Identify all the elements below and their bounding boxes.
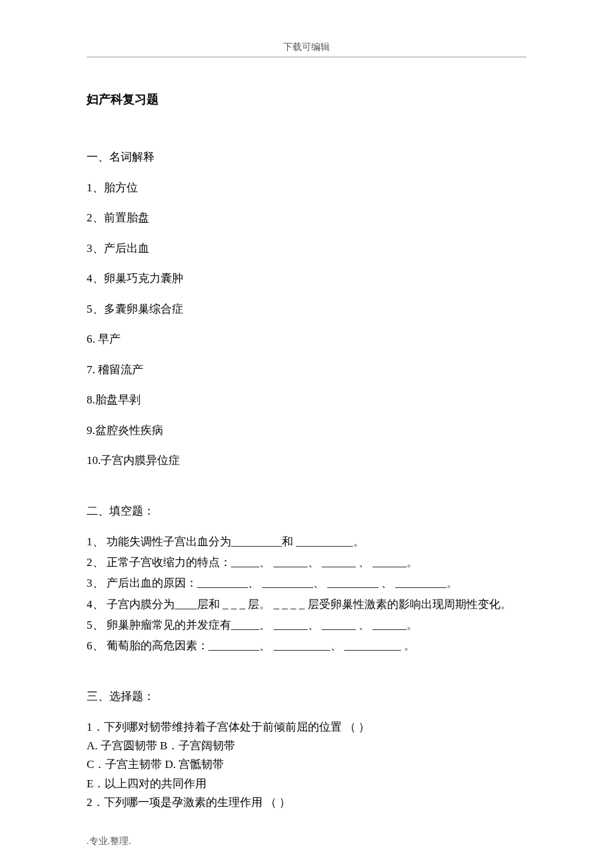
- document-page: 下载可编辑 妇产科复习题 一、名词解释 1、胎方位 2、前置胎盘 3、产后出血 …: [0, 0, 613, 868]
- term-item: 8.胎盘早剥: [87, 391, 526, 409]
- page-footer: .专业.整理.: [87, 834, 131, 848]
- fill-item: 2、 正常子宫收缩力的特点：_____、 ______、 ______ 、 __…: [87, 553, 526, 571]
- option-row: E．以上四对的共同作用: [87, 775, 526, 793]
- term-item: 2、前置胎盘: [87, 209, 526, 227]
- fill-item: 6、 葡萄胎的高危因素：_________、 __________、 _____…: [87, 637, 526, 655]
- document-title: 妇产科复习题: [87, 91, 526, 109]
- term-item: 10.子宫内膜异位症: [87, 452, 526, 469]
- question-stem: 2．下列哪一项是孕激素的生理作用 （ ）: [87, 794, 526, 811]
- term-item: 7. 稽留流产: [87, 361, 526, 379]
- term-item: 6. 早产: [87, 331, 526, 348]
- fill-item: 5、 卵巢肿瘤常见的并发症有_____、 ______、 ______ 、 __…: [87, 616, 526, 634]
- fill-item: 3、 产后出血的原因：_________、 _________、 _______…: [87, 574, 526, 592]
- multiple-choice-list: 1．下列哪对韧带维持着子宫体处于前倾前屈的位置 （ ） A. 子宫圆韧带 B．子…: [87, 719, 526, 812]
- fill-item: 1、 功能失调性子宫出血分为_________和 __________。: [87, 533, 526, 551]
- fill-item: 4、 子宫内膜分为____层和 _ _ _ 层。 _ _ _ _ 层受卵巢性激素…: [87, 595, 526, 613]
- section-1-heading: 一、名词解释: [87, 149, 526, 166]
- term-item: 5、多囊卵巢综合症: [87, 301, 526, 318]
- fill-blank-list: 1、 功能失调性子宫出血分为_________和 __________。 2、 …: [87, 533, 526, 655]
- section-2-heading: 二、填空题：: [87, 503, 526, 520]
- term-definition-list: 1、胎方位 2、前置胎盘 3、产后出血 4、卵巢巧克力囊肿 5、多囊卵巢综合症 …: [87, 179, 526, 469]
- section-3-heading: 三、选择题：: [87, 688, 526, 705]
- term-item: 4、卵巢巧克力囊肿: [87, 270, 526, 287]
- question-stem: 1．下列哪对韧带维持着子宫体处于前倾前屈的位置 （ ）: [87, 719, 526, 736]
- term-item: 3、产后出血: [87, 240, 526, 257]
- option-row: A. 子宫圆韧带 B．子宫阔韧带: [87, 737, 526, 755]
- term-item: 1、胎方位: [87, 179, 526, 197]
- term-item: 9.盆腔炎性疾病: [87, 422, 526, 439]
- page-header: 下载可编辑: [87, 40, 526, 57]
- option-row: C．子宫主韧带 D. 宫骶韧带: [87, 756, 526, 773]
